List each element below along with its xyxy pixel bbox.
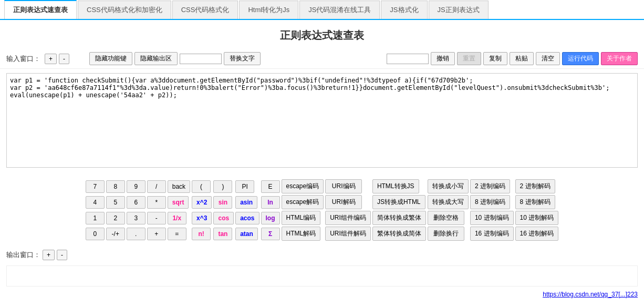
tab-js-obfuscate[interactable]: JS代码混淆在线工具 <box>299 1 380 19</box>
calc-btn-[interactable]: ( <box>192 180 211 193</box>
calc-btn-[interactable]: - <box>147 212 166 224</box>
tab-bar: 正则表达式速查表 CSS代码格式化和加密化 CSS代码格式化 Html转化为Js… <box>0 0 644 20</box>
calc-btn-8[interactable]: 8 进制解码 <box>515 195 555 209</box>
calc-btn-[interactable]: * <box>147 196 166 209</box>
calc-btn-sqrt[interactable]: sqrt <box>168 196 189 209</box>
calc-btn-[interactable]: . <box>127 228 146 240</box>
undo-input[interactable] <box>387 54 429 64</box>
calc-btn-URI[interactable]: URI编码 <box>325 179 362 193</box>
toolbar: 输入窗口： + - 隐藏功能键 隐藏输出区 替换文字 撤销 重置 复制 粘贴 清… <box>0 49 644 69</box>
calc-btn-JSHTML[interactable]: JS转换成HTML <box>372 195 425 209</box>
calc-btn-[interactable]: ) <box>213 180 232 193</box>
input-plus-btn[interactable]: + <box>45 54 57 64</box>
calc-btn-1[interactable]: 1 <box>86 212 105 224</box>
calc-btn-x3[interactable]: x^3 <box>192 212 212 224</box>
footer-link[interactable]: https://blog.csdn.net/qq_37[...]223 <box>543 291 638 298</box>
tab-js-format[interactable]: JS格式化 <box>381 1 427 19</box>
output-plus-btn[interactable]: + <box>43 250 55 260</box>
calc-btn-escape[interactable]: escape编码 <box>282 179 324 193</box>
calc-btn-tan[interactable]: tan <box>213 228 232 240</box>
calc-btn-[interactable]: Σ <box>261 228 280 240</box>
calc-btn-[interactable]: = <box>168 228 186 240</box>
calc-btn-[interactable]: 简体转换成繁体 <box>372 211 426 225</box>
hide-btn[interactable]: 隐藏功能键 <box>89 52 132 65</box>
footer: https://blog.csdn.net/qq_37[...]223 <box>0 289 644 300</box>
code-input[interactable] <box>6 73 638 168</box>
paste-btn[interactable]: 粘贴 <box>510 52 534 65</box>
about-btn[interactable]: 关于作者 <box>601 52 638 65</box>
calc-btn-2[interactable]: 2 进制解码 <box>515 179 555 193</box>
tab-js-regex[interactable]: JS正则表达式 <box>429 1 489 19</box>
calc-btn-7[interactable]: 7 <box>86 180 105 193</box>
tab-regex[interactable]: 正则表达式速查表 <box>4 0 77 19</box>
calc-btn-log[interactable]: log <box>261 212 280 224</box>
calc-btn-10[interactable]: 10 进制编码 <box>470 211 514 225</box>
clear-btn[interactable]: 清空 <box>536 52 560 65</box>
code-area-wrapper <box>6 73 638 169</box>
calc-btn-escape[interactable]: escape解码 <box>282 195 324 209</box>
input-label: 输入窗口： <box>6 54 40 64</box>
input-minus-btn[interactable]: - <box>59 54 69 64</box>
calc-btn-6[interactable]: 6 <box>127 196 146 209</box>
calc-btn-HTML[interactable]: HTML解码 <box>282 227 321 241</box>
calc-btn-2[interactable]: 2 进制编码 <box>470 179 510 193</box>
calc-btn-sin[interactable]: sin <box>213 196 232 209</box>
replace-input[interactable] <box>180 54 222 64</box>
undo-btn[interactable]: 撤销 <box>431 52 455 65</box>
calc-btn-[interactable]: / <box>147 180 166 193</box>
calc-btn-back[interactable]: back <box>168 180 190 193</box>
output-minus-btn[interactable]: - <box>57 250 67 260</box>
calc-btn-PI[interactable]: PI <box>235 180 254 193</box>
run-btn[interactable]: 运行代码 <box>562 52 599 65</box>
calc-btn-16[interactable]: 16 进制解码 <box>515 227 559 241</box>
copy-btn[interactable]: 复制 <box>483 52 507 65</box>
tab-html-to-js[interactable]: Html转化为Js <box>239 1 298 19</box>
calc-btn-8[interactable]: 8 进制编码 <box>470 195 510 209</box>
output-label: 输出窗口： <box>6 250 40 260</box>
calc-btn-asin[interactable]: asin <box>235 196 257 209</box>
calc-btn-[interactable]: 繁体转换成简体 <box>372 227 426 241</box>
calc-btn-HTML[interactable]: HTML编码 <box>282 211 321 225</box>
calc-btn-2[interactable]: 2 <box>106 212 125 224</box>
calc-btn-8[interactable]: 8 <box>106 180 125 193</box>
redo-btn[interactable]: 重置 <box>457 52 481 65</box>
page-title: 正则表达式速查表 <box>0 20 644 49</box>
output-section: 输出窗口： + - <box>0 247 644 263</box>
calc-btn-HTMLJS[interactable]: HTML转换JS <box>372 179 419 193</box>
calc-btn-10[interactable]: 10 进制解码 <box>515 211 559 225</box>
calc-btn-3[interactable]: 3 <box>127 212 146 224</box>
calc-btn-n[interactable]: n! <box>192 228 211 240</box>
calc-btn-x2[interactable]: x^2 <box>192 196 212 209</box>
calc-btn-4[interactable]: 4 <box>86 196 105 209</box>
calc-section: 789/back()PIEescape编码URI编码HTML转换JS转换成小写2… <box>0 173 644 247</box>
calc-btn-[interactable]: 转换成小写 <box>428 179 469 193</box>
calc-btn-1x[interactable]: 1/x <box>168 212 186 224</box>
tab-css-encrypt[interactable]: CSS代码格式化和加密化 <box>78 1 171 19</box>
hide-output-btn[interactable]: 隐藏输出区 <box>134 52 178 65</box>
calc-btn-16[interactable]: 16 进制编码 <box>470 227 514 241</box>
calc-btn-0[interactable]: 0 <box>86 228 105 240</box>
calc-btn-URI[interactable]: URI组件解码 <box>325 227 371 241</box>
calc-btn-[interactable]: 转换成大写 <box>428 195 469 209</box>
calc-btn-ln[interactable]: ln <box>261 196 280 209</box>
calc-table: 789/back()PIEescape编码URI编码HTML转换JS转换成小写2… <box>84 178 560 242</box>
calc-btn-E[interactable]: E <box>261 180 280 193</box>
replace-btn[interactable]: 替换文字 <box>224 52 261 65</box>
calc-btn-acos[interactable]: acos <box>235 212 259 224</box>
calc-btn-URI[interactable]: URI解码 <box>325 195 362 209</box>
calc-btn-cos[interactable]: cos <box>213 212 234 224</box>
calc-btn-[interactable]: 删除空格 <box>428 211 464 225</box>
calc-btn-[interactable]: -/+ <box>106 228 125 240</box>
calc-btn-9[interactable]: 9 <box>127 180 146 193</box>
calc-btn-URI[interactable]: URI组件编码 <box>325 211 371 225</box>
calc-btn-atan[interactable]: atan <box>235 228 258 240</box>
tab-css-format[interactable]: CSS代码格式化 <box>172 1 238 19</box>
calc-btn-5[interactable]: 5 <box>106 196 125 209</box>
calc-btn-[interactable]: 删除换行 <box>428 227 464 241</box>
calc-btn-[interactable]: + <box>147 228 166 240</box>
bottom-area <box>6 265 638 286</box>
